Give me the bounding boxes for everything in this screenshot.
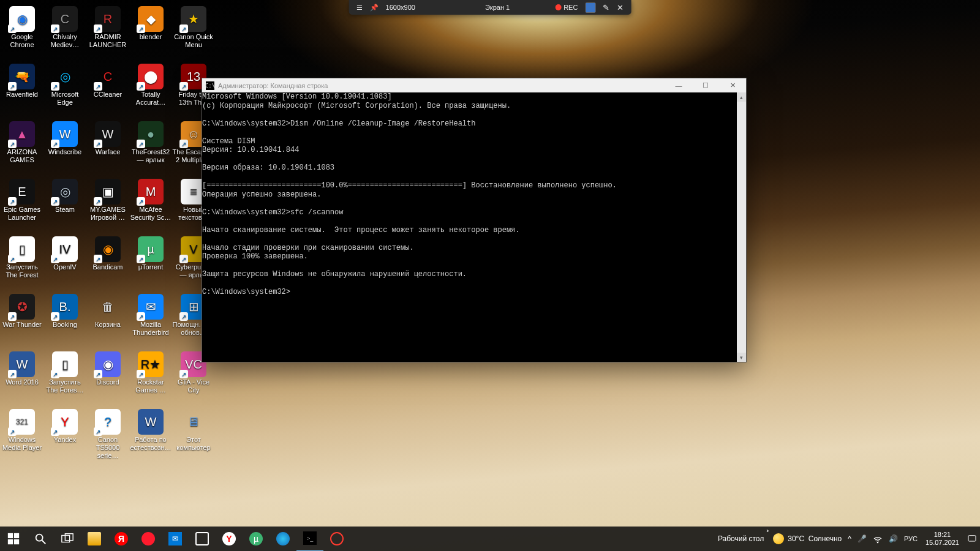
desktop-icon-run-theforest2[interactable]: ▯↗Запустить The Fores… (43, 351, 87, 394)
shortcut-arrow-icon: ↗ (51, 140, 59, 148)
icon-label: Ravenfield (6, 91, 38, 99)
desktop-icon-microsoft-edge[interactable]: ◎↗Microsoft Edge (43, 64, 87, 107)
scroll-up-icon[interactable]: ▴ (737, 92, 746, 102)
command-prompt-window[interactable]: C:\ Администратор: Командная строка — ☐ … (202, 78, 747, 362)
desktop-icon-ccleaner[interactable]: C↗CCleaner (86, 64, 130, 99)
search-button[interactable] (27, 527, 54, 551)
icon-label: Корзина (95, 321, 121, 329)
tray-overflow-icon[interactable]: ^ (845, 527, 854, 551)
desktop-icon-work-nature[interactable]: WРабота по естествозн… (129, 409, 173, 452)
microphone-icon[interactable]: 🎤 (854, 527, 870, 551)
pin-icon[interactable]: 📌 (366, 0, 382, 15)
desktop-icon-windscribe[interactable]: W↗Windscribe (43, 121, 87, 156)
desktop-icon-steam[interactable]: ◎↗Steam (43, 179, 87, 214)
opera-button[interactable] (135, 527, 162, 551)
desktop-icon-thunderbird[interactable]: ✉↗Mozilla Thunderbird (129, 294, 173, 337)
desktop-icon-word-2016[interactable]: W↗Word 2016 (0, 351, 44, 386)
recorder-button[interactable] (323, 527, 350, 551)
desktop-icon-ravenfield[interactable]: 🔫↗Ravenfield (0, 64, 44, 99)
desktop-icon-openiv[interactable]: IV↗OpenIV (43, 236, 87, 271)
desktop-icon-totally-accurate[interactable]: ⬤↗Totally Accurat… (129, 64, 173, 107)
screen-recorder-bar[interactable]: ☰ 📌 980x551 Экран 1 REC ✎ ✕ (349, 0, 631, 15)
desktop-icon-chivalry[interactable]: C↗Chivalry Mediev… (43, 6, 87, 49)
shortcut-arrow-icon: ↗ (94, 140, 102, 148)
clock[interactable]: 18:21 15.07.2021 (921, 527, 964, 551)
cmd-icon: C:\ (206, 81, 214, 90)
shortcut-arrow-icon: ↗ (137, 312, 145, 321)
cmd-taskbar-button[interactable]: >_ (296, 526, 323, 551)
yandex-browser-button[interactable]: Y (216, 527, 243, 551)
desktop-icon-utorrent[interactable]: µ↗µTorrent (129, 236, 173, 271)
start-button[interactable] (0, 527, 27, 551)
desktop-icon-theforest32[interactable]: ●↗TheForest32 — ярлык (129, 121, 173, 164)
chivalry-icon: C↗ (52, 6, 78, 32)
windscribe-icon: W↗ (52, 121, 78, 147)
minimize-button[interactable]: — (665, 78, 692, 92)
maximize-button[interactable]: ☐ (692, 78, 719, 92)
desktop-icon-yandex[interactable]: Y↗Yandex (43, 409, 87, 444)
utorrent-button[interactable]: µ (243, 527, 270, 551)
store-button[interactable] (189, 527, 216, 551)
window-titlebar[interactable]: C:\ Администратор: Командная строка — ☐ … (202, 78, 746, 92)
desktop-icon-epic-games[interactable]: E↗Epic Games Launcher (0, 179, 44, 222)
network-icon[interactable] (870, 527, 886, 551)
icon-label: Discord (96, 378, 119, 386)
desktop-icon-radmir-launcher[interactable]: R↗RADMIR LAUNCHER (86, 6, 130, 49)
record-button[interactable]: REC (551, 0, 581, 15)
shortcut-arrow-icon: ↗ (137, 140, 145, 148)
icon-label: Microsoft Edge (43, 91, 87, 107)
shortcut-arrow-icon: ↗ (94, 427, 102, 436)
desktop-icon-recycle-bin[interactable]: 🗑Корзина (86, 294, 130, 329)
recycle-bin-icon: 🗑 (95, 294, 121, 320)
ccleaner-icon: C↗ (95, 64, 121, 89)
icon-label: McAfee Security Sc… (129, 206, 173, 222)
icon-label: RADMIR LAUNCHER (86, 33, 130, 49)
edit-icon[interactable]: ✎ (599, 0, 613, 15)
desktop-icon-wmp[interactable]: 321↗Windows Media Player (0, 409, 44, 452)
desktop-icon-rockstar[interactable]: R★↗Rockstar Games … (129, 351, 173, 394)
language-indicator[interactable]: РУС (901, 527, 921, 551)
desktop-icon-discord[interactable]: ◉↗Discord (86, 351, 130, 386)
taskbar[interactable]: Я ✉ Y µ >_ Рабочий стол›› 30°C Солнечно … (0, 527, 980, 551)
weather-widget[interactable]: 30°C Солнечно (770, 527, 845, 551)
mail-button[interactable]: ✉ (162, 527, 189, 551)
desktop-icon-my-games[interactable]: ▣↗MY.GAMES Игровой … (86, 179, 130, 222)
scroll-down-icon[interactable]: ▾ (737, 353, 746, 362)
desktop-icon-war-thunder[interactable]: ✪↗War Thunder (0, 294, 44, 329)
edge-button[interactable] (270, 527, 296, 551)
desktop-icon-this-pc[interactable]: 🖥Этот компьютер (172, 409, 216, 452)
vertical-scrollbar[interactable]: ▴ ▾ (737, 92, 746, 362)
icon-label: Booking (53, 321, 77, 329)
desktop-icon-run-theforest[interactable]: ▯↗Запустить The Forest (0, 236, 44, 279)
system-tray[interactable]: Рабочий стол›› 30°C Солнечно ^ 🎤 🔊 РУС 1… (712, 527, 980, 551)
window-title: Администратор: Командная строка (218, 82, 328, 89)
close-bar-icon[interactable]: ✕ (613, 0, 627, 15)
pause-button[interactable] (581, 0, 599, 15)
desktop-icon-warface[interactable]: W↗Warface (86, 121, 130, 156)
notifications-button[interactable] (964, 527, 980, 551)
desktop-switcher[interactable]: Рабочий стол›› (712, 527, 770, 551)
volume-icon[interactable]: 🔊 (886, 527, 901, 551)
shortcut-arrow-icon: ↗ (137, 82, 145, 91)
yandex-button[interactable]: Я (108, 527, 135, 551)
desktop-icon-booking[interactable]: B.↗Booking (43, 294, 87, 329)
icon-label: Запустить The Forest (0, 263, 44, 279)
desktop-icon-arizona-games[interactable]: ▲↗ARIZONA GAMES (0, 121, 44, 164)
desktop-icon-mcafee[interactable]: M↗McAfee Security Sc… (129, 179, 173, 222)
close-button[interactable]: ✕ (719, 78, 746, 92)
task-view-button[interactable] (54, 527, 81, 551)
desktop-icon-google-chrome[interactable]: ◉↗Google Chrome (0, 6, 44, 49)
resolution-label: 980x551 (382, 0, 419, 15)
desktop-icon-canon-ts5000[interactable]: ?↗Canon TS5000 serie… (86, 409, 130, 460)
rockstar-icon: R★↗ (138, 351, 164, 377)
desktop-icon-bandicam[interactable]: ◉↗Bandicam (86, 236, 130, 271)
screen-selector[interactable]: Экран 1 (481, 0, 513, 15)
desktop-icon-canon-quick-menu[interactable]: ★↗Canon Quick Menu (172, 6, 216, 49)
menu-icon[interactable]: ☰ (353, 0, 366, 15)
desktop-icon-blender[interactable]: ◆↗blender (129, 6, 173, 41)
shortcut-arrow-icon: ↗ (179, 140, 188, 148)
theforest32-icon: ●↗ (138, 121, 164, 147)
file-explorer-button[interactable] (81, 527, 108, 551)
booking-icon: B.↗ (52, 294, 78, 320)
terminal-output[interactable]: Microsoft Windows [Version 10.0.19041.10… (202, 92, 737, 362)
